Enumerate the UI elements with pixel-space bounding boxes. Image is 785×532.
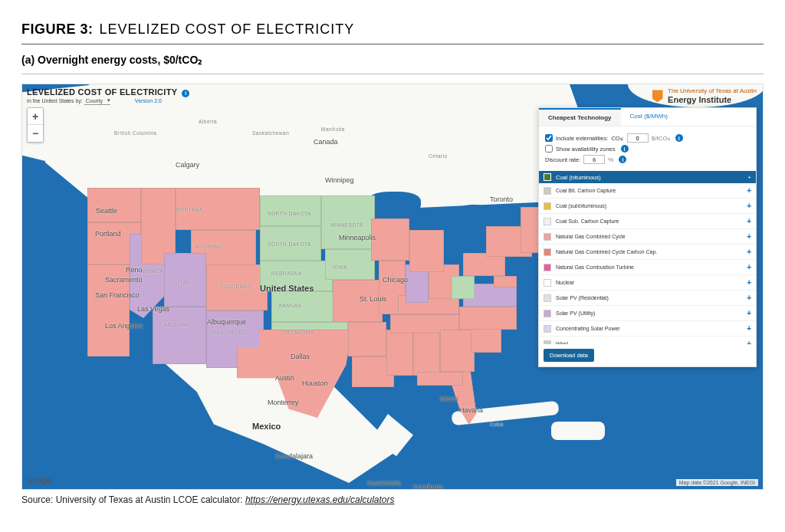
- legend-label: Wind: [556, 341, 742, 344]
- label-ok: OKLAHOMA: [283, 330, 314, 335]
- label-ia: IOWA: [333, 264, 347, 270]
- legend-label: Natural Gas Combined Cycle: [556, 234, 742, 240]
- map-title: LEVELIZED COST OF ELECTRICITY: [27, 87, 177, 97]
- figure-number: FIGURE 3:: [21, 21, 94, 38]
- tab-cost[interactable]: Cost ($/MWh): [621, 108, 677, 126]
- legend-item[interactable]: Wind+: [539, 337, 756, 344]
- plus-icon[interactable]: +: [748, 174, 751, 181]
- control-panel: Cheapest Technology Cost ($/MWh) Include…: [538, 107, 757, 367]
- state-az: [153, 307, 206, 364]
- label-monterrey: Monterrey: [268, 399, 299, 406]
- label-guatemala: Guatemala: [367, 479, 401, 487]
- source-line: Source: University of Texas at Austin LC…: [21, 494, 764, 505]
- swatch-icon: [544, 264, 551, 271]
- label-stlouis: St. Louis: [360, 295, 386, 303]
- plus-icon[interactable]: +: [747, 186, 751, 195]
- co2-input[interactable]: [627, 133, 649, 143]
- legend-item[interactable]: Natural Gas Combined Cycle+: [539, 229, 756, 245]
- label-nv: NEVADA: [141, 268, 163, 274]
- zoom-in-button[interactable]: +: [28, 108, 43, 125]
- figure-heading: FIGURE 3: LEVELIZED COST OF ELECTRICITY: [21, 21, 764, 38]
- legend-head-label: Coal (bituminous): [556, 174, 601, 181]
- source-link[interactable]: https://energy.utexas.edu/calculators: [245, 494, 395, 505]
- map-subprefix: In the United States by:: [27, 98, 83, 103]
- zoom-out-button[interactable]: −: [28, 125, 43, 142]
- legend-item[interactable]: Solar PV (Utility)+: [539, 306, 756, 321]
- label-toronto: Toronto: [490, 195, 513, 203]
- plus-icon[interactable]: +: [747, 202, 751, 210]
- state-md: [494, 276, 517, 287]
- label-sf: San Francisco: [95, 291, 140, 299]
- show-zones-label: Show availability zones: [556, 146, 616, 153]
- plus-icon[interactable]: +: [747, 324, 751, 333]
- legend-list: Coal Bit. Carbon Capture+Coal (subbitumi…: [539, 183, 756, 344]
- map-header: LEVELIZED COST OF ELECTRICITY i In the U…: [27, 87, 189, 105]
- swatch-icon: [544, 233, 551, 241]
- scope-select[interactable]: County: [84, 97, 110, 105]
- label-dallas: Dallas: [291, 353, 310, 360]
- legend-item[interactable]: Solar PV (Residential)+: [539, 291, 756, 306]
- label-albq: Albuquerque: [207, 318, 246, 326]
- brand-line2: Energy Institute: [668, 95, 731, 104]
- label-reno: Reno: [126, 266, 143, 274]
- source-prefix: Source: University of Texas at Austin LC…: [21, 494, 245, 505]
- plus-icon[interactable]: +: [747, 263, 751, 271]
- land-hispaniola: [551, 422, 605, 440]
- swatch-icon: [544, 310, 551, 317]
- label-winnipeg: Winnipeg: [325, 176, 354, 184]
- info-icon[interactable]: i: [182, 90, 189, 97]
- swatch-icon: [544, 248, 551, 256]
- legend-label: Solar PV (Utility): [556, 310, 742, 317]
- info-icon[interactable]: i: [675, 134, 683, 142]
- map-version: Version 2.0: [135, 98, 162, 103]
- info-icon[interactable]: i: [621, 145, 629, 153]
- label-mt: MONTANA: [176, 207, 203, 212]
- label-miami: Miami: [440, 395, 458, 402]
- download-data-button[interactable]: Download data: [544, 349, 594, 362]
- plus-icon[interactable]: +: [747, 232, 751, 241]
- discount-label: Discount rate:: [545, 156, 580, 163]
- plus-icon[interactable]: +: [747, 294, 751, 302]
- shield-icon: [652, 90, 663, 102]
- legend-label: Coal Sub. Carbon Capture: [556, 218, 742, 225]
- label-la: Los Angeles: [105, 322, 143, 330]
- info-icon[interactable]: i: [619, 156, 626, 163]
- discount-input[interactable]: [583, 155, 605, 164]
- state-wa: [87, 188, 141, 222]
- map-container[interactable]: LEVELIZED COST OF ELECTRICITY i In the U…: [21, 84, 764, 490]
- legend-label: Natural Gas Combustion Turbine: [556, 264, 742, 271]
- swatch-icon: [544, 294, 551, 302]
- show-zones-checkbox[interactable]: [545, 145, 553, 153]
- legend-item[interactable]: Nuclear+: [539, 275, 756, 291]
- label-guad: Guadalajara: [275, 452, 313, 460]
- state-al: [413, 330, 440, 376]
- label-minneapolis: Minneapolis: [339, 234, 376, 241]
- plus-icon[interactable]: +: [747, 217, 751, 225]
- legend-item[interactable]: Concentrating Solar Power+: [539, 321, 756, 337]
- plus-icon[interactable]: +: [747, 278, 751, 287]
- swatch-icon: [544, 325, 551, 333]
- legend-head[interactable]: Coal (bituminous) +: [539, 171, 756, 183]
- plus-icon[interactable]: +: [747, 340, 751, 344]
- legend-item[interactable]: Coal Sub. Carbon Capture+: [539, 214, 756, 229]
- label-sac: Sacramento: [105, 276, 143, 284]
- label-us: United States: [260, 284, 314, 293]
- plus-icon[interactable]: +: [747, 309, 751, 317]
- plus-icon[interactable]: +: [747, 248, 751, 256]
- brand: The University of Texas at Austin Energy…: [652, 87, 757, 105]
- label-houston: Houston: [302, 379, 328, 387]
- legend-label: Nuclear: [556, 280, 742, 286]
- include-externalities-checkbox[interactable]: [545, 134, 553, 142]
- legend-item[interactable]: Natural Gas Combustion Turbine+: [539, 260, 756, 275]
- legend-item[interactable]: Coal Bit. Carbon Capture+: [539, 183, 756, 199]
- state-ms: [386, 330, 413, 376]
- state-wv: [452, 276, 475, 299]
- legend-item[interactable]: Natural Gas Combined Cycle Carbon Cap.+: [539, 245, 756, 260]
- legend-item[interactable]: Coal (subbituminous)+: [539, 199, 756, 214]
- legend-label: Concentrating Solar Power: [556, 326, 742, 332]
- tab-cheapest[interactable]: Cheapest Technology: [539, 108, 621, 126]
- state-fl-panhandle: [417, 372, 463, 386]
- state-nc: [459, 307, 517, 330]
- label-cuba: Cuba: [490, 422, 504, 427]
- label-manitoba: Manitoba: [321, 126, 345, 132]
